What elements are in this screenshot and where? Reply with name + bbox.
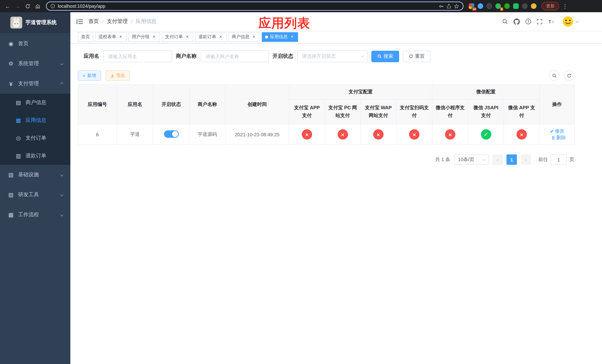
search-icon[interactable] xyxy=(502,19,508,24)
tab-pay-order[interactable]: 支付订单 × xyxy=(162,32,193,42)
breadcrumb-payment[interactable]: 支付管理 xyxy=(107,18,128,25)
extension-green-icon[interactable]: 1 xyxy=(495,3,501,9)
sidebar-item-infra[interactable]: ▧ 基础设施 xyxy=(0,165,70,185)
extension-face-icon[interactable] xyxy=(531,3,537,9)
tab-process-form[interactable]: 流程表单 × xyxy=(95,32,127,42)
status-toggle[interactable] xyxy=(164,130,179,138)
edit-button[interactable]: 修改 xyxy=(550,128,564,134)
cell-actions: 修改 删除 xyxy=(540,124,574,145)
extension-wechat-icon[interactable] xyxy=(504,3,510,9)
breadcrumb-separator: / xyxy=(102,19,104,24)
sidebar-item-system[interactable]: ⚙ 系统管理 xyxy=(0,54,70,74)
tab-user-group[interactable]: 用户分组 × xyxy=(129,32,160,42)
sidebar-item-home[interactable]: ◉ 首页 xyxy=(0,34,70,54)
search-icon xyxy=(552,73,557,78)
cell-alipay-app xyxy=(289,124,325,145)
goto-page-input[interactable] xyxy=(550,154,567,165)
close-icon[interactable]: × xyxy=(118,34,123,39)
chevron-down-icon xyxy=(361,54,364,57)
toolbox-icon: ▨ xyxy=(8,192,14,198)
refresh-icon xyxy=(409,54,413,58)
svg-text:T: T xyxy=(548,19,551,24)
fullscreen-icon[interactable] xyxy=(537,19,542,24)
toggle-search-button[interactable] xyxy=(549,70,559,81)
sidebar-item-label: 支付订单 xyxy=(26,135,46,141)
page-number-button[interactable]: 1 xyxy=(506,154,517,165)
tab-refund-order[interactable]: 退款订单 × xyxy=(195,32,226,42)
sidebar-menu: ◉ 首页 ⚙ 系统管理 ¥ 支付管理 ▤ 商户信息 ▦ 应用信息 xyxy=(0,33,70,225)
collapse-menu-icon[interactable] xyxy=(77,19,83,24)
site-info-icon[interactable] xyxy=(50,4,55,9)
breadcrumb-home[interactable]: 首页 xyxy=(88,18,99,25)
user-menu[interactable] xyxy=(562,16,578,27)
sidebar-item-merchant-info[interactable]: ▤ 商户信息 xyxy=(0,94,70,111)
trash-icon xyxy=(551,136,555,140)
help-icon[interactable]: ? xyxy=(525,19,531,24)
payment-status-icon xyxy=(409,129,419,139)
password-key-icon[interactable] xyxy=(439,3,444,9)
page-unit-label: 页 xyxy=(570,156,574,163)
browser-back-button[interactable]: ← xyxy=(3,1,12,11)
tab-merchant-info[interactable]: 商户信息 × xyxy=(228,32,260,42)
sidebar-item-app-info[interactable]: ▦ 应用信息 xyxy=(0,111,70,129)
avatar xyxy=(562,16,573,27)
filter-merchant-name: 商户名称 xyxy=(176,50,269,62)
share-icon[interactable] xyxy=(447,4,451,9)
payment-status-icon xyxy=(373,129,384,139)
export-button[interactable]: 导出 xyxy=(105,70,130,81)
chrome-update-button[interactable]: 更新 xyxy=(542,2,559,10)
app-name-label: 应用名 xyxy=(84,53,99,60)
order-icon: ◎ xyxy=(15,135,22,141)
browser-reload-button[interactable] xyxy=(23,1,32,11)
col-header-alipay-wap: 支付宝 WAP 网站支付 xyxy=(360,99,396,124)
sidebar-item-dev-tools[interactable]: ▨ 研发工具 xyxy=(0,185,70,205)
close-icon[interactable]: × xyxy=(290,34,295,39)
page-size-select[interactable]: 10条/页 xyxy=(454,154,489,165)
address-bar[interactable]: localhost:1024/pay/app xyxy=(46,1,463,11)
delete-button[interactable]: 删除 xyxy=(551,134,566,141)
cell-name: 芋道 xyxy=(117,124,153,145)
sidebar-item-pay-order[interactable]: ◎ 支付订单 xyxy=(0,129,70,147)
tags-bar: 首页 流程表单 × 用户分组 × 支付订单 × 退款订单 × 商户信息 × xyxy=(70,31,602,43)
reset-button[interactable]: 重置 xyxy=(403,51,430,62)
github-icon[interactable] xyxy=(514,18,520,25)
col-header-actions: 操作 xyxy=(540,85,574,124)
browser-home-button[interactable] xyxy=(33,1,42,11)
extension-square-green-icon[interactable] xyxy=(513,3,519,9)
bookmark-star-icon[interactable] xyxy=(454,3,459,9)
extension-dark-icon[interactable] xyxy=(486,3,492,9)
close-icon[interactable]: × xyxy=(251,34,257,39)
extension-blue-icon[interactable] xyxy=(478,3,483,9)
close-icon[interactable]: × xyxy=(151,34,157,39)
font-size-icon[interactable]: TT xyxy=(548,19,555,24)
extension-colorful-icon[interactable]: 10 xyxy=(469,3,474,9)
close-icon[interactable]: × xyxy=(218,34,223,39)
add-button[interactable]: + 新增 xyxy=(78,70,101,81)
app-name-input[interactable] xyxy=(103,50,172,62)
cell-wx-app xyxy=(504,124,540,145)
next-page-button[interactable]: › xyxy=(521,154,531,165)
browser-forward-button[interactable]: → xyxy=(13,1,22,11)
toolbar-right xyxy=(549,70,574,81)
tab-home[interactable]: 首页 xyxy=(78,32,93,42)
merchant-name-input[interactable] xyxy=(201,50,269,62)
sidebar-item-label: 系统管理 xyxy=(18,60,39,67)
bank-card-icon: ▤ xyxy=(15,99,22,106)
status-select[interactable]: 请选择开启状态 xyxy=(297,50,368,62)
sidebar-item-payment[interactable]: ¥ 支付管理 xyxy=(0,74,70,94)
goto-label: 前往 xyxy=(538,156,548,163)
yen-icon: ¥ xyxy=(8,81,14,87)
close-icon[interactable]: × xyxy=(185,34,190,39)
browser-menu-icon[interactable]: ⋮ xyxy=(561,3,569,9)
refresh-table-button[interactable] xyxy=(564,70,574,81)
sidebar-item-workflow[interactable]: ▩ 工作流程 xyxy=(0,205,70,225)
sidebar-logo-row[interactable]: 芋道管理系统 xyxy=(0,12,70,33)
search-button[interactable]: 搜索 xyxy=(371,51,399,62)
extension-badge: 10 xyxy=(472,7,476,11)
cell-alipay-wap xyxy=(360,124,396,145)
tab-app-info[interactable]: 应用信息 × xyxy=(262,32,298,42)
prev-page-button[interactable]: ‹ xyxy=(492,154,503,165)
sidebar-item-refund-order[interactable]: ▥ 退款订单 xyxy=(0,147,70,165)
refresh-icon xyxy=(567,73,571,78)
extension-pin-icon[interactable] xyxy=(522,3,527,9)
